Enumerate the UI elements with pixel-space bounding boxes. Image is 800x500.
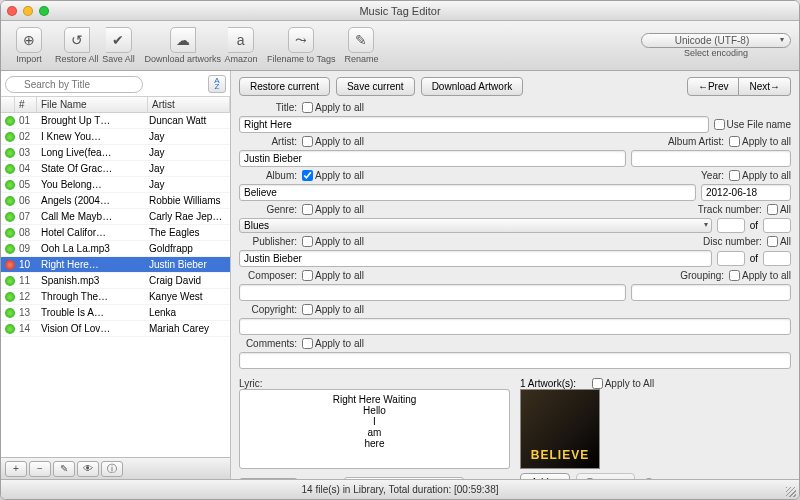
composer-field[interactable]	[239, 284, 626, 301]
year-field[interactable]	[701, 184, 791, 201]
lyric-label: Lyric:	[239, 378, 263, 389]
toolbar: ⊕Import ↺Restore All ✔Save All ☁Download…	[1, 21, 799, 71]
add-file-button[interactable]: +	[5, 461, 27, 477]
undo-icon: ↺	[64, 27, 90, 53]
table-row[interactable]: 09Ooh La La.mp3Goldfrapp	[1, 241, 230, 257]
cloud-download-icon: ☁	[170, 27, 196, 53]
amazon-button[interactable]: aAmazon	[221, 27, 261, 64]
table-row[interactable]: 12Through The…Kanye West	[1, 289, 230, 305]
grouping-field[interactable]	[631, 284, 791, 301]
prev-button[interactable]: ←Prev	[687, 77, 740, 96]
encoding-label: Select encoding	[684, 48, 748, 58]
table-row[interactable]: 06Angels (2004…Robbie Williams	[1, 193, 230, 209]
title-apply-all[interactable]	[302, 102, 313, 113]
import-button[interactable]: ⊕Import	[9, 27, 49, 64]
grouping-apply-all[interactable]	[729, 270, 740, 281]
track-num-field[interactable]	[717, 218, 745, 233]
artist-field[interactable]	[239, 150, 626, 167]
table-row[interactable]: 08Hotel Califor…The Eagles	[1, 225, 230, 241]
table-row[interactable]: 03Long Live(fea…Jay	[1, 145, 230, 161]
edit-file-button[interactable]: ✎	[53, 461, 75, 477]
artwork-thumbnail[interactable]: BELIEVE	[520, 389, 600, 469]
album-artist-field[interactable]	[631, 150, 791, 167]
album-field[interactable]	[239, 184, 696, 201]
table-row[interactable]: 01Brought Up T…Duncan Watt	[1, 113, 230, 129]
status-text: 14 file(s) in Library, Total duration: […	[302, 484, 499, 495]
remove-file-button[interactable]: −	[29, 461, 51, 477]
info-button[interactable]: ⓘ	[101, 461, 123, 477]
list-header: # File Name Artist	[1, 97, 230, 113]
genre-select[interactable]: Blues	[239, 218, 712, 233]
restore-current-button[interactable]: Restore current	[239, 77, 330, 96]
table-row[interactable]: 10Right Here…Justin Bieber	[1, 257, 230, 273]
artwork-count-label: 1 Artwork(s):	[520, 378, 576, 389]
status-dot-icon	[5, 180, 15, 190]
table-row[interactable]: 05You Belong…Jay	[1, 177, 230, 193]
status-dot-icon	[5, 164, 15, 174]
sort-button[interactable]: AZ	[208, 75, 226, 93]
encoding-select[interactable]: Unicode (UTF-8)	[641, 33, 791, 48]
filename-to-tags-button[interactable]: ⤳Filename to Tags	[267, 27, 335, 64]
editor-panel: Restore current Save current Download Ar…	[231, 71, 799, 479]
status-dot-icon	[5, 244, 15, 254]
album-apply-all[interactable]	[302, 170, 313, 181]
status-dot-icon	[5, 260, 15, 270]
titlebar: Music Tag Editor	[1, 1, 799, 21]
genre-apply-all[interactable]	[302, 204, 313, 215]
disc-num-field[interactable]	[717, 251, 745, 266]
track-apply-all[interactable]	[767, 204, 778, 215]
status-dot-icon	[5, 196, 15, 206]
status-dot-icon	[5, 116, 15, 126]
artist-label: Artist:	[239, 136, 297, 147]
copyright-apply-all[interactable]	[302, 304, 313, 315]
album-artist-label: Album Artist:	[668, 136, 724, 147]
comments-field[interactable]	[239, 352, 791, 369]
publisher-field[interactable]	[239, 250, 712, 267]
album-artist-apply-all[interactable]	[729, 136, 740, 147]
save-current-button[interactable]: Save current	[336, 77, 415, 96]
status-dot-icon	[5, 276, 15, 286]
table-row[interactable]: 14Vision Of Lov…Mariah Carey	[1, 321, 230, 337]
download-artwork-button[interactable]: Download Artwork	[421, 77, 524, 96]
genre-label: Genre:	[239, 204, 297, 215]
table-row[interactable]: 13Trouble Is A…Lenka	[1, 305, 230, 321]
status-dot-icon	[5, 212, 15, 222]
year-apply-all[interactable]	[729, 170, 740, 181]
lyric-textarea[interactable]	[239, 389, 510, 469]
status-dot-icon	[5, 292, 15, 302]
save-all-button[interactable]: ✔Save All	[99, 27, 139, 64]
copyright-label: Copyright:	[239, 304, 297, 315]
artist-apply-all[interactable]	[302, 136, 313, 147]
composer-apply-all[interactable]	[302, 270, 313, 281]
grouping-label: Grouping:	[680, 270, 724, 281]
title-field[interactable]	[239, 116, 709, 133]
status-dot-icon	[5, 308, 15, 318]
copyright-field[interactable]	[239, 318, 791, 335]
table-row[interactable]: 02I Knew You…Jay	[1, 129, 230, 145]
year-label: Year:	[701, 170, 724, 181]
table-row[interactable]: 04State Of Grac…Jay	[1, 161, 230, 177]
rename-button[interactable]: ✎Rename	[341, 27, 381, 64]
track-total-field[interactable]	[763, 218, 791, 233]
search-input[interactable]	[5, 76, 143, 93]
tag-arrow-icon: ⤳	[288, 27, 314, 53]
status-dot-icon	[5, 132, 15, 142]
resize-grip-icon[interactable]	[786, 487, 796, 497]
table-row[interactable]: 11Spanish.mp3Craig David	[1, 273, 230, 289]
table-row[interactable]: 07Call Me Mayb…Carly Rae Jepsen	[1, 209, 230, 225]
use-filename-check[interactable]	[714, 119, 725, 130]
check-circle-icon: ✔	[106, 27, 132, 53]
file-list[interactable]: 01Brought Up T…Duncan Watt02I Knew You…J…	[1, 113, 230, 457]
reveal-file-button[interactable]: 👁	[77, 461, 99, 477]
next-button[interactable]: Next→	[739, 77, 791, 96]
download-artworks-button[interactable]: ☁Download artworks	[145, 27, 222, 64]
plus-circle-icon: ⊕	[16, 27, 42, 53]
comments-apply-all[interactable]	[302, 338, 313, 349]
artwork-apply-all[interactable]	[592, 378, 603, 389]
disc-apply-all[interactable]	[767, 236, 778, 247]
publisher-apply-all[interactable]	[302, 236, 313, 247]
restore-all-button[interactable]: ↺Restore All	[55, 27, 99, 64]
status-dot-icon	[5, 148, 15, 158]
disc-total-field[interactable]	[763, 251, 791, 266]
track-label: Track number:	[698, 204, 762, 215]
